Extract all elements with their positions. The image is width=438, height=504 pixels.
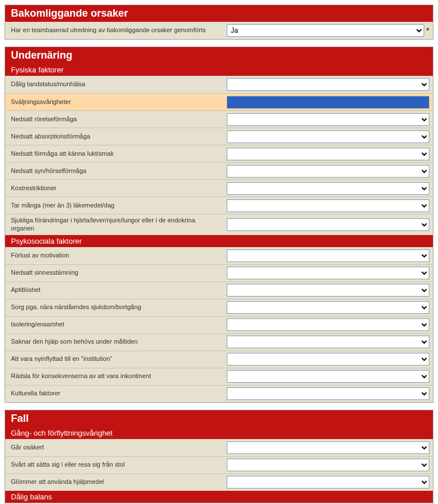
form-row: Saknar den hjälp som behövs under måltid…	[5, 333, 433, 351]
row-label: Sväljningssvårigheter	[5, 96, 223, 109]
row-select[interactable]	[227, 441, 429, 454]
row-label: Sorg pga. nära närståendes sjukdom/bortg…	[5, 301, 223, 314]
row-label: Nedsatt sinnesstämning	[5, 267, 223, 279]
row-label: Förlust av motivation	[5, 249, 223, 262]
row-label: Sjukliga förändringar i hjärta/lever/nju…	[5, 214, 223, 235]
row-control	[223, 163, 433, 179]
subsection-title: Psykosociala faktorer	[5, 235, 433, 247]
row-label: Glömmer att använda hjälpmedel	[5, 476, 223, 488]
row-label: Går osäkert	[5, 441, 223, 454]
row-label: Tar många (mer än 3) läkemedel/dag	[5, 199, 223, 212]
form-row: Dålig tandstatus/munhälsa	[5, 76, 433, 93]
form-row: Att vara nyinflyttad till en "institutio…	[5, 351, 433, 368]
row-control	[223, 299, 433, 316]
section-title: Bakomliggande orsaker	[5, 5, 433, 22]
row-select[interactable]	[227, 459, 429, 471]
row-control	[223, 440, 433, 456]
row-control	[223, 248, 433, 264]
row-control	[223, 94, 433, 110]
row-control	[223, 265, 433, 281]
row-select[interactable]	[227, 182, 429, 195]
row-select[interactable]	[227, 113, 429, 126]
form-row: Kostrestriktioner	[5, 179, 433, 197]
row-label: Kulturella faktorer	[5, 387, 223, 400]
row-label: Att vara nyinflyttad till en "institutio…	[5, 353, 223, 366]
form-row: Sväljningssvårigheter	[5, 93, 433, 110]
row-control	[223, 317, 433, 333]
row-select[interactable]	[227, 249, 429, 262]
section-bakomliggande: Bakomliggande orsaker Har en teambaserad…	[5, 5, 433, 40]
row-control	[223, 351, 433, 367]
row-control	[223, 180, 433, 197]
row-select[interactable]	[227, 130, 429, 143]
row-label: Nedsatt absorptionsförmåga	[5, 130, 223, 143]
subsection-title: Fysiska faktorer	[5, 64, 433, 76]
form-row: Aptitlöshet	[5, 282, 433, 299]
row-select[interactable]	[227, 301, 429, 314]
subsection-title: Gång- och förflyttningsvårighet	[5, 427, 433, 439]
row-control	[223, 457, 433, 473]
form-row: Nedsatt förmåga att känna lukt/smak	[5, 145, 433, 162]
row-label: Isolering/ensamhet	[5, 318, 223, 331]
row-label: Saknar den hjälp som behövs under måltid…	[5, 336, 223, 348]
row-label: Svårt att sätta sig i eller resa sig frå…	[5, 459, 223, 471]
row-control	[223, 111, 433, 128]
row-label: Dålig tandstatus/munhälsa	[5, 78, 223, 91]
row-select[interactable]	[227, 267, 429, 279]
psyko-body: Förlust av motivationNedsatt sinnesstämn…	[5, 247, 433, 402]
row-label: Nedsatt syn/hörselförmåga	[5, 165, 223, 178]
required-marker: *	[427, 26, 429, 35]
row-control	[223, 217, 433, 233]
row-control	[223, 146, 433, 162]
row-label: Kostrestriktioner	[5, 182, 223, 195]
row-control	[223, 198, 433, 214]
teambaserad-select[interactable]: Ja	[227, 24, 424, 37]
form-row: Nedsatt syn/hörselförmåga	[5, 162, 433, 179]
row-select[interactable]	[227, 78, 429, 91]
row-control	[223, 334, 433, 350]
section-title: Undernäring	[5, 47, 433, 64]
form-row: Tar många (mer än 3) läkemedel/dag	[5, 197, 433, 214]
row-select[interactable]	[227, 336, 429, 348]
form-row: Isolering/ensamhet	[5, 316, 433, 333]
fysiska-body: Dålig tandstatus/munhälsaSväljningssvåri…	[5, 76, 433, 235]
row-select[interactable]	[227, 165, 429, 178]
row-select[interactable]	[227, 284, 429, 297]
form-row: Går osäkert	[5, 439, 433, 456]
row-label: Nedsatt förmåga att känna lukt/smak	[5, 148, 223, 160]
section-fall: Fall Gång- och förflyttningsvårighet Går…	[5, 410, 433, 505]
row-select[interactable]	[227, 353, 429, 366]
form-row: Sjukliga förändringar i hjärta/lever/nju…	[5, 214, 433, 235]
form-row: Har en teambaserad utredning av bakomlig…	[5, 22, 433, 39]
form-row: Förlust av motivation	[5, 247, 433, 264]
form-row: Nedsatt absorptionsförmåga	[5, 128, 433, 145]
form-row: Svårt att sätta sig i eller resa sig frå…	[5, 456, 433, 474]
form-row: Sorg pga. nära närståendes sjukdom/bortg…	[5, 299, 433, 316]
row-select[interactable]	[227, 370, 429, 383]
row-select[interactable]	[227, 476, 429, 488]
row-label: Aptitlöshet	[5, 284, 223, 297]
form-row: Kulturella faktorer	[5, 385, 433, 402]
row-label: Nedsatt rörelseförmåga	[5, 113, 223, 126]
row-control	[223, 368, 433, 384]
section-title: Fall	[5, 410, 433, 427]
form-row: Glömmer att använda hjälpmedel	[5, 474, 433, 491]
row-select[interactable]	[227, 387, 429, 400]
row-select[interactable]	[227, 148, 429, 160]
gang-body: Går osäkertSvårt att sätta sig i eller r…	[5, 439, 433, 491]
form-row: Nedsatt rörelseförmåga	[5, 110, 433, 128]
section-undernaring: Undernäring Fysiska faktorer Dålig tands…	[5, 47, 433, 403]
form-row: Rädsla för konsekvenserna av att vara in…	[5, 368, 433, 385]
row-select[interactable]	[227, 96, 429, 109]
row-control	[223, 76, 433, 93]
form-row: Nedsatt sinnesstämning	[5, 264, 433, 282]
row-select[interactable]	[227, 218, 429, 231]
row-label: Rädsla för konsekvenserna av att vara in…	[5, 370, 223, 383]
row-select[interactable]	[227, 318, 429, 331]
row-label: Har en teambaserad utredning av bakomlig…	[5, 24, 223, 37]
row-control	[223, 474, 433, 490]
row-control: Ja *	[223, 22, 433, 39]
row-select[interactable]	[227, 199, 429, 212]
subsection-title: Dålig balans	[5, 491, 433, 503]
row-control	[223, 282, 433, 298]
